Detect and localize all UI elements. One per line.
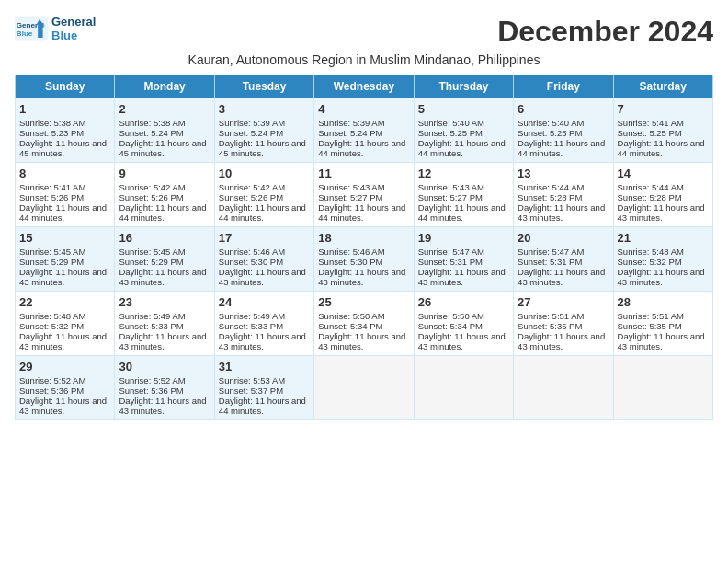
day-number: 16 [119, 231, 210, 245]
daylight-text: Daylight: 11 hours and 43 minutes. [19, 331, 107, 351]
sunrise-text: Sunrise: 5:44 AM [518, 182, 584, 192]
sunset-text: Sunset: 5:34 PM [318, 321, 382, 331]
sunrise-text: Sunrise: 5:43 AM [318, 182, 384, 192]
calendar-table: Sunday Monday Tuesday Wednesday Thursday… [15, 75, 713, 420]
day-number: 24 [219, 295, 310, 309]
daylight-text: Daylight: 11 hours and 43 minutes. [418, 267, 506, 287]
day-number: 4 [318, 102, 409, 116]
daylight-text: Daylight: 11 hours and 43 minutes. [518, 267, 605, 287]
day-number: 15 [19, 231, 110, 245]
logo-blue: Blue [51, 29, 77, 42]
daylight-text: Daylight: 11 hours and 44 minutes. [219, 396, 306, 416]
daylight-text: Daylight: 11 hours and 44 minutes. [119, 202, 206, 223]
day-number: 10 [219, 167, 310, 180]
sunset-text: Sunset: 5:32 PM [618, 257, 682, 267]
daylight-text: Daylight: 11 hours and 44 minutes. [19, 202, 107, 223]
daylight-text: Daylight: 11 hours and 45 minutes. [19, 138, 107, 158]
sunset-text: Sunset: 5:24 PM [318, 128, 382, 138]
day-number: 30 [119, 360, 210, 373]
calendar-subtitle: Kauran, Autonomous Region in Muslim Mind… [15, 52, 713, 67]
calendar-week-row: 15 Sunrise: 5:45 AM Sunset: 5:29 PM Dayl… [16, 227, 713, 292]
day-number: 3 [219, 102, 310, 116]
daylight-text: Daylight: 11 hours and 43 minutes. [119, 267, 206, 287]
sunrise-text: Sunrise: 5:46 AM [219, 247, 285, 257]
sunrise-text: Sunrise: 5:42 AM [219, 182, 285, 192]
table-row: 24 Sunrise: 5:49 AM Sunset: 5:33 PM Dayl… [214, 292, 313, 356]
table-row: 29 Sunrise: 5:52 AM Sunset: 5:36 PM Dayl… [16, 356, 115, 420]
sunset-text: Sunset: 5:34 PM [418, 321, 483, 331]
sunrise-text: Sunrise: 5:48 AM [19, 311, 85, 321]
svg-text:Blue: Blue [17, 29, 33, 38]
sunset-text: Sunset: 5:36 PM [19, 385, 84, 396]
sunrise-text: Sunrise: 5:52 AM [19, 375, 85, 385]
table-row: 5 Sunrise: 5:40 AM Sunset: 5:25 PM Dayli… [414, 98, 513, 163]
sunset-text: Sunset: 5:25 PM [518, 128, 582, 138]
sunset-text: Sunset: 5:30 PM [219, 257, 283, 267]
day-number: 17 [219, 231, 310, 245]
daylight-text: Daylight: 11 hours and 43 minutes. [518, 202, 605, 223]
daylight-text: Daylight: 11 hours and 43 minutes. [219, 331, 306, 351]
day-number: 11 [318, 167, 409, 180]
day-number: 27 [518, 295, 609, 309]
day-number: 25 [318, 295, 409, 309]
table-row: 19 Sunrise: 5:47 AM Sunset: 5:31 PM Dayl… [414, 227, 513, 292]
sunset-text: Sunset: 5:33 PM [119, 321, 183, 331]
daylight-text: Daylight: 11 hours and 43 minutes. [19, 396, 107, 416]
daylight-text: Daylight: 11 hours and 45 minutes. [219, 138, 306, 158]
daylight-text: Daylight: 11 hours and 43 minutes. [19, 267, 107, 287]
page-header: General Blue General Blue December 2024 [15, 15, 713, 49]
sunset-text: Sunset: 5:26 PM [219, 192, 283, 202]
day-number: 14 [618, 167, 709, 180]
logo: General Blue General Blue [15, 15, 96, 42]
day-number: 8 [19, 167, 110, 180]
sunset-text: Sunset: 5:24 PM [219, 128, 283, 138]
sunset-text: Sunset: 5:29 PM [19, 257, 84, 267]
daylight-text: Daylight: 11 hours and 44 minutes. [518, 138, 605, 158]
daylight-text: Daylight: 11 hours and 43 minutes. [618, 331, 705, 351]
sunset-text: Sunset: 5:26 PM [19, 192, 84, 202]
sunset-text: Sunset: 5:25 PM [418, 128, 483, 138]
daylight-text: Daylight: 11 hours and 44 minutes. [618, 138, 705, 158]
sunset-text: Sunset: 5:28 PM [518, 192, 582, 202]
sunrise-text: Sunrise: 5:47 AM [518, 247, 584, 257]
table-row: 22 Sunrise: 5:48 AM Sunset: 5:32 PM Dayl… [16, 292, 115, 356]
table-row [314, 356, 414, 420]
daylight-text: Daylight: 11 hours and 43 minutes. [219, 267, 306, 287]
table-row: 1 Sunrise: 5:38 AM Sunset: 5:23 PM Dayli… [16, 98, 115, 163]
table-row [514, 356, 613, 420]
day-number: 6 [518, 102, 609, 116]
sunset-text: Sunset: 5:35 PM [518, 321, 582, 331]
sunrise-text: Sunrise: 5:50 AM [418, 311, 484, 321]
day-number: 2 [119, 102, 210, 116]
sunrise-text: Sunrise: 5:51 AM [518, 311, 584, 321]
header-wednesday: Wednesday [314, 75, 414, 98]
table-row: 21 Sunrise: 5:48 AM Sunset: 5:32 PM Dayl… [613, 227, 712, 292]
daylight-text: Daylight: 11 hours and 44 minutes. [418, 202, 506, 223]
day-number: 23 [119, 295, 210, 309]
daylight-text: Daylight: 11 hours and 43 minutes. [618, 202, 705, 223]
sunrise-text: Sunrise: 5:42 AM [119, 182, 185, 192]
table-row: 10 Sunrise: 5:42 AM Sunset: 5:26 PM Dayl… [214, 163, 313, 227]
header-monday: Monday [115, 75, 214, 98]
daylight-text: Daylight: 11 hours and 43 minutes. [518, 331, 605, 351]
header-saturday: Saturday [613, 75, 712, 98]
sunrise-text: Sunrise: 5:40 AM [418, 118, 484, 128]
sunset-text: Sunset: 5:29 PM [119, 257, 183, 267]
day-number: 13 [518, 167, 609, 180]
day-number: 26 [418, 295, 509, 309]
sunrise-text: Sunrise: 5:39 AM [318, 118, 384, 128]
table-row: 11 Sunrise: 5:43 AM Sunset: 5:27 PM Dayl… [314, 163, 414, 227]
table-row: 23 Sunrise: 5:49 AM Sunset: 5:33 PM Dayl… [115, 292, 214, 356]
sunset-text: Sunset: 5:35 PM [618, 321, 682, 331]
day-number: 21 [618, 231, 709, 245]
day-number: 1 [19, 102, 110, 116]
sunrise-text: Sunrise: 5:41 AM [618, 118, 684, 128]
day-number: 29 [19, 360, 110, 373]
sunrise-text: Sunrise: 5:52 AM [119, 375, 185, 385]
day-number: 31 [219, 360, 310, 373]
table-row: 3 Sunrise: 5:39 AM Sunset: 5:24 PM Dayli… [214, 98, 313, 163]
sunset-text: Sunset: 5:26 PM [119, 192, 183, 202]
table-row: 16 Sunrise: 5:45 AM Sunset: 5:29 PM Dayl… [115, 227, 214, 292]
table-row: 17 Sunrise: 5:46 AM Sunset: 5:30 PM Dayl… [214, 227, 313, 292]
sunset-text: Sunset: 5:31 PM [518, 257, 582, 267]
